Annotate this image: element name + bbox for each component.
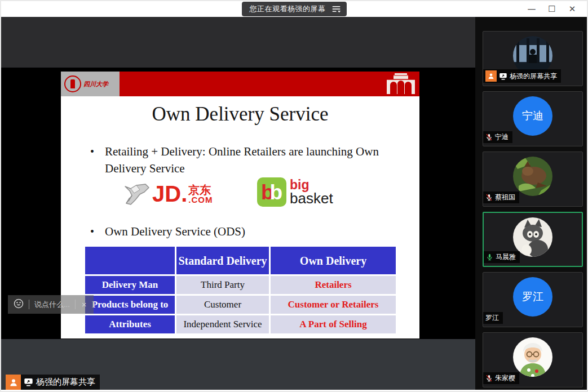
- university-logo: 四川大学: [61, 72, 120, 96]
- app-body: 四川大学: [1, 17, 587, 390]
- participant-name: 宁迪: [495, 132, 509, 142]
- presenter-person-icon: [6, 375, 21, 390]
- participant-name: 朱家樱: [495, 373, 515, 383]
- watching-banner-text: 您正在观看杨强的屏幕: [250, 4, 326, 14]
- participant-name: 马晨雅: [496, 252, 516, 262]
- comparison-table: Standard Delivery Own Delivery Delivery …: [83, 245, 397, 335]
- participant-tile-machenya[interactable]: 马晨雅: [483, 212, 583, 267]
- table-cell: Third Party: [176, 275, 270, 295]
- table-row: Delivery Man Third Party Retailers: [85, 275, 397, 295]
- slide-header-band: 四川大学: [61, 72, 419, 96]
- titlebar: 您正在观看杨强的屏幕 — ☐ ✕: [1, 1, 587, 17]
- participant-name-tag: 朱家樱: [483, 372, 519, 384]
- chat-close-icon[interactable]: ×: [81, 300, 88, 309]
- mic-muted-icon: [485, 375, 493, 382]
- jd-logo: JD. 京东 .COM: [123, 181, 213, 207]
- table-cell: A Part of Selling: [270, 315, 397, 335]
- university-emblem-icon: [64, 75, 81, 92]
- avatar: 宁迪: [513, 96, 552, 136]
- gate-building-icon: [386, 73, 416, 97]
- presenter-overlay-label: 杨强的屏幕共享: [36, 377, 95, 387]
- slide-title: Own Delivery Service: [61, 103, 419, 126]
- shared-screen-stage: 四川大学: [1, 17, 475, 390]
- watching-banner[interactable]: 您正在观看杨强的屏幕: [242, 2, 347, 16]
- participant-tile-zhujiaying[interactable]: 朱家樱: [483, 332, 583, 387]
- emoji-smiley-icon[interactable]: [14, 299, 24, 311]
- university-name: 四川大学: [83, 80, 108, 88]
- table-cell: Customer or Retailers: [270, 295, 397, 315]
- table-row: Attributes Independent Service A Part of…: [85, 315, 397, 335]
- chat-input[interactable]: 说点什么...: [34, 300, 70, 310]
- bigbasket-basket-text: basket: [290, 191, 333, 206]
- mic-muted-icon: [485, 194, 493, 201]
- slide-bullet-2: Own Delivery Service (ODS): [88, 224, 397, 240]
- presenter-overlay: 杨强的屏幕共享: [6, 375, 100, 390]
- table-header-own: Own Delivery: [270, 246, 397, 275]
- table-cell: Independent Service: [176, 315, 270, 335]
- table-cell: Customer: [176, 295, 270, 315]
- divider: [75, 300, 76, 309]
- participant-name-tag: 宁迪: [483, 131, 512, 143]
- maximize-button[interactable]: ☐: [542, 1, 562, 17]
- slide-bullet-1: Retailing + Delivery: Online Retailers a…: [88, 144, 397, 177]
- jd-logo-com: .COM: [188, 195, 213, 204]
- table-row: Products belong to Customer Customer or …: [85, 295, 397, 315]
- participant-name: 杨强的屏幕共享: [510, 72, 557, 81]
- avatar: 罗江: [513, 277, 552, 317]
- table-cell: Retailers: [270, 275, 397, 295]
- chat-quick-bar: 说点什么... ×: [8, 295, 94, 314]
- table-cell: Products belong to: [85, 295, 176, 315]
- mic-muted-icon: [485, 133, 493, 141]
- participant-tile-ningdi[interactable]: 宁迪 宁迪: [483, 91, 583, 146]
- bigbasket-badge-icon: b b: [257, 177, 286, 207]
- screen-share-icon: [24, 378, 33, 386]
- jd-dog-icon: [123, 181, 152, 207]
- participant-name-tag: 杨强的屏幕共享: [483, 69, 561, 83]
- participant-tile-luojiang[interactable]: 罗江 罗江: [483, 272, 583, 327]
- meeting-window: 您正在观看杨强的屏幕 — ☐ ✕: [0, 0, 588, 392]
- participant-tile-yangqiang-share[interactable]: 杨强的屏幕共享: [483, 31, 583, 86]
- avatar: [513, 337, 552, 377]
- participant-tile-caizuguo[interactable]: 蔡祖国: [483, 152, 583, 207]
- bigbasket-logo: b b big basket: [257, 177, 333, 207]
- minimize-button[interactable]: —: [521, 1, 542, 17]
- participant-name-tag: 罗江: [483, 312, 503, 324]
- table-cell: Attributes: [85, 315, 176, 335]
- jd-logo-text: JD.: [152, 184, 187, 204]
- presentation-slide: 四川大学: [61, 72, 419, 338]
- mic-on-icon: [486, 253, 493, 261]
- table-header-empty: [85, 246, 176, 275]
- close-button[interactable]: ✕: [562, 1, 582, 17]
- screen-share-icon: [499, 73, 507, 80]
- table-cell: Delivery Man: [85, 275, 176, 295]
- divider: [29, 300, 29, 309]
- avatar: [513, 157, 552, 196]
- hamburger-menu-icon[interactable]: [331, 5, 341, 13]
- participant-name: 蔡祖国: [495, 193, 515, 202]
- bigbasket-b2: b: [270, 182, 283, 203]
- participants-sidebar: 杨强的屏幕共享 宁迪 宁迪: [475, 17, 587, 390]
- jd-logo-chinese: 京东: [188, 184, 213, 195]
- participant-name-tag: 马晨雅: [484, 251, 520, 263]
- participant-name-tag: 蔡祖国: [483, 191, 519, 203]
- table-header-standard: Standard Delivery: [176, 246, 270, 275]
- window-controls: — ☐ ✕: [521, 1, 582, 17]
- brand-logos-row: JD. 京东 .COM b b big: [61, 177, 419, 217]
- presenter-person-icon: [485, 70, 497, 82]
- table-header-row: Standard Delivery Own Delivery: [85, 246, 397, 275]
- participant-name: 罗江: [485, 313, 499, 323]
